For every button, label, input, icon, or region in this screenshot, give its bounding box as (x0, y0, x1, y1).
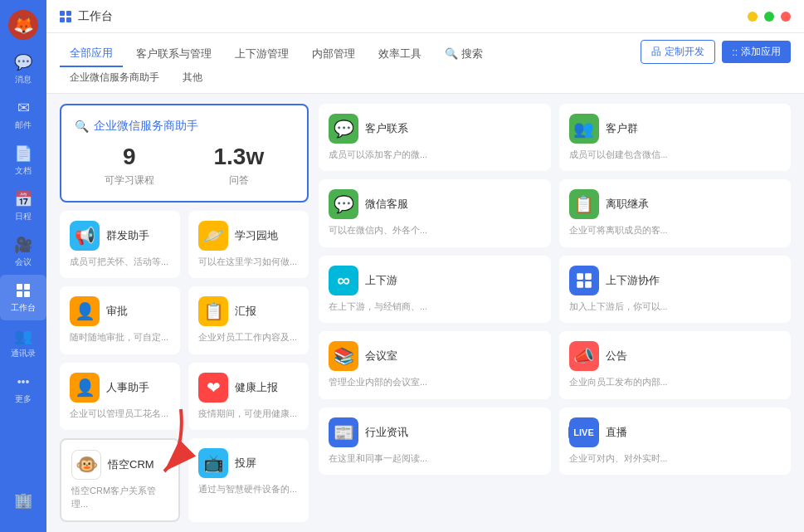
sidebar-item-more[interactable]: ••• 更多 (0, 366, 46, 412)
sidebar-label-more: 更多 (15, 393, 32, 405)
sidebar-item-messages[interactable]: 💬 消息 (0, 46, 46, 92)
assistant-card[interactable]: 🔍 企业微信服务商助手 9 可学习课程 1.3w 问答 (60, 104, 309, 203)
avatar[interactable]: 🦊 (8, 10, 38, 40)
app-card-approval[interactable]: 👤 审批 随时随地审批，可自定... (60, 286, 180, 354)
upstream-collab-icon (569, 266, 599, 295)
learning-icon: 🪐 (198, 221, 228, 251)
app-top-cg: 👥 客户群 (569, 114, 782, 144)
app-card-meeting-room[interactable]: 📚 会议室 管理企业内部的会议室... (319, 331, 551, 398)
left-panel: 🔍 企业微信服务商助手 9 可学习课程 1.3w 问答 (60, 104, 309, 522)
app-desc-hr: 企业可以管理员工花名... (70, 408, 170, 420)
app-name-approval: 审批 (106, 304, 128, 319)
health-icon: ❤ (198, 373, 228, 403)
app-card-upstream[interactable]: ∞ 上下游 在上下游，与经销商、... (319, 256, 551, 323)
app-card-top-health: ❤ 健康上报 (198, 373, 299, 403)
main-area: 工作台 全部应用 客户联系与管理 上下游管理 内部管理 效率工具 🔍 搜索 品 … (46, 0, 804, 532)
add-app-button[interactable]: :: 添加应用 (722, 41, 791, 63)
app-card-industry-news[interactable]: 📰 行业资讯 在这里和同事一起阅读... (319, 408, 551, 475)
custom-dev-button[interactable]: 品 定制开发 (641, 40, 715, 64)
app-name-ws: 微信客服 (365, 197, 408, 212)
app-card-announcement[interactable]: 📣 公告 企业向员工发布的内部... (559, 331, 792, 398)
maximize-button[interactable] (764, 12, 774, 22)
app-card-health[interactable]: ❤ 健康上报 疫情期间，可使用健康... (188, 363, 309, 430)
app-card-screen-share[interactable]: 📺 投屏 通过与智慧硬件设备的... (188, 438, 309, 522)
app-desc-live: 企业可对内、对外实时... (569, 452, 782, 465)
sidebar-item-contacts[interactable]: 👥 通讯录 (0, 320, 46, 366)
app-card-live[interactable]: LIVE 直播 企业可对内、对外实时... (559, 408, 792, 475)
stat-qa: 1.3w 问答 (213, 144, 264, 188)
sidebar-item-workspace[interactable]: 工作台 (0, 275, 46, 320)
app-card-wukong-crm[interactable]: 🐵 悟空CRM 悟空CRM客户关系管理... (60, 438, 180, 522)
customer-group-icon: 👥 (569, 114, 599, 144)
tab-search[interactable]: 🔍 搜索 (435, 41, 493, 66)
app-name-ann: 公告 (606, 349, 627, 364)
minimize-button[interactable] (748, 12, 758, 22)
app-name-uc: 上下游协作 (606, 273, 660, 288)
titlebar-title: 工作台 (78, 9, 113, 24)
industry-news-icon: 📰 (329, 417, 358, 447)
meeting-room-icon: 📚 (329, 341, 358, 371)
app-name-learning: 学习园地 (235, 228, 278, 243)
app-desc-crm: 悟空CRM客户关系管理... (71, 485, 168, 510)
meeting-icon: 🎥 (14, 236, 32, 254)
wechat-service-icon: 💬 (329, 189, 358, 219)
sidebar-label-mail: 邮件 (15, 120, 32, 131)
app-desc-learning: 可以在这里学习如何做... (198, 256, 299, 268)
sidebar-item-meeting[interactable]: 🎥 会议 (0, 229, 46, 275)
nav-tabs-row: 全部应用 客户联系与管理 上下游管理 内部管理 效率工具 🔍 搜索 品 定制开发… (60, 33, 791, 67)
app-name-screen: 投屏 (235, 456, 256, 471)
app-card-customer-contact[interactable]: 💬 客户联系 成员可以添加客户的微... (319, 104, 551, 171)
tab-upstream[interactable]: 上下游管理 (225, 41, 299, 66)
app-card-wechat-service[interactable]: 💬 微信客服 可以在微信内、外各个... (319, 179, 551, 246)
close-button[interactable] (781, 12, 791, 22)
sidebar-label-contacts: 通讯录 (11, 348, 36, 359)
svg-rect-5 (585, 273, 592, 280)
app-top-live: LIVE 直播 (569, 417, 782, 447)
sidebar-item-company[interactable]: 🏢 (14, 485, 32, 519)
sub-tab-other[interactable]: 其他 (173, 67, 212, 88)
announcement-icon: 📣 (569, 341, 599, 371)
search-icon: 🔍 (445, 47, 458, 60)
mass-send-icon: 📢 (70, 221, 100, 251)
sidebar-item-docs[interactable]: 📄 文档 (0, 138, 46, 183)
app-card-report[interactable]: 📋 汇报 企业对员工工作内容及... (188, 286, 309, 354)
app-card-top: 📢 群发助手 (70, 221, 170, 251)
sidebar-item-calendar[interactable]: 📅 日程 (0, 183, 46, 229)
screen-icon: 📺 (198, 448, 228, 478)
assistant-stats: 9 可学习课程 1.3w 问答 (75, 144, 294, 188)
app-desc-health: 疫情期间，可使用健康... (198, 408, 299, 420)
app-name-mr: 会议室 (365, 349, 397, 364)
live-icon: LIVE (569, 417, 599, 447)
tab-internal[interactable]: 内部管理 (302, 41, 365, 66)
tab-customer[interactable]: 客户联系与管理 (126, 41, 222, 66)
nav-right: 品 定制开发 :: 添加应用 (641, 40, 791, 67)
app-card-upstream-collab[interactable]: 上下游协作 加入上下游后，你可以... (559, 256, 792, 323)
report-icon: 📋 (198, 296, 228, 326)
app-card-resignation-inherit[interactable]: 📋 离职继承 企业可将离职成员的客... (559, 179, 792, 246)
app-name-hr: 人事助手 (106, 380, 149, 395)
app-card-hr[interactable]: 👤 人事助手 企业可以管理员工花名... (60, 363, 180, 430)
app-desc-mass-send: 成员可把关怀、活动等... (70, 256, 170, 268)
app-desc-ann: 企业向员工发布的内部... (569, 376, 782, 388)
sidebar-item-mail[interactable]: ✉ 邮件 (0, 92, 46, 138)
app-desc-ws: 可以在微信内、外各个... (329, 224, 541, 237)
app-card-customer-group[interactable]: 👥 客户群 成员可以创建包含微信... (559, 104, 792, 171)
sub-tab-assistant[interactable]: 企业微信服务商助手 (60, 67, 169, 88)
app-desc-report: 企业对员工工作内容及... (198, 331, 299, 344)
tab-efficiency[interactable]: 效率工具 (368, 41, 431, 66)
stat-qa-label: 问答 (213, 173, 264, 188)
app-card-top-report: 📋 汇报 (198, 296, 299, 326)
app-card-learning[interactable]: 🪐 学习园地 可以在这里学习如何做... (188, 211, 309, 278)
nav-area: 全部应用 客户联系与管理 上下游管理 内部管理 效率工具 🔍 搜索 品 定制开发… (46, 33, 804, 94)
sidebar-label-workspace: 工作台 (11, 302, 36, 314)
sidebar: 🦊 💬 消息 ✉ 邮件 📄 文档 📅 日程 🎥 会议 工作台 👥 通讯录 (0, 0, 46, 532)
app-desc-uc: 加入上下游后，你可以... (569, 300, 782, 313)
app-card-mass-send[interactable]: 📢 群发助手 成员可把关怀、活动等... (60, 211, 180, 278)
assistant-search-icon: 🔍 (75, 120, 89, 133)
assistant-title: 🔍 企业微信服务商助手 (75, 119, 294, 134)
hr-icon: 👤 (70, 373, 100, 403)
custom-dev-icon: 品 (651, 45, 661, 59)
app-desc-cc: 成员可以添加客户的微... (329, 149, 541, 161)
tab-all-apps[interactable]: 全部应用 (60, 41, 123, 67)
stat-courses-label: 可学习课程 (105, 173, 154, 188)
